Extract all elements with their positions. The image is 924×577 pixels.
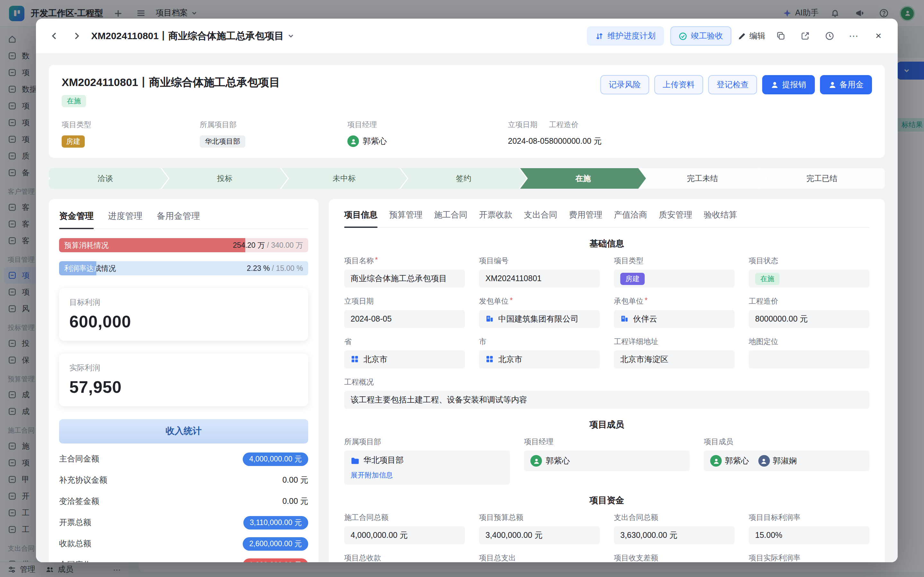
summary-field: 所属项目部 华北项目部 [200, 120, 347, 148]
field-value[interactable]: 在施 [749, 269, 869, 287]
progress-bar-fill-label: 利润率达成情况 [64, 261, 96, 276]
form-field: 项目编号* XM2024110801 [479, 256, 600, 287]
summary-field-label: 项目经理 [347, 120, 508, 130]
record-title[interactable]: XM2024110801丨商业综合体施工总承包项目 [91, 30, 294, 42]
funds-tab[interactable]: 进度管理 [108, 209, 142, 229]
edit-button[interactable]: 编辑 [738, 31, 765, 41]
field-value[interactable]: 该工程主要包括土建工程、设备安装和调试等内容 [344, 391, 869, 409]
amount-row[interactable]: 收款总额 2,600,000.00 元 [59, 533, 308, 554]
field-value[interactable]: 伙伴云 [614, 310, 735, 328]
summary-action-button[interactable]: 提报销 [762, 75, 814, 94]
amount-row[interactable]: 变洽签金额 0.00 元 [59, 491, 308, 512]
field-value[interactable]: 3,400,000.00 元 [479, 526, 600, 544]
income-stats-button[interactable]: 收入统计 [59, 419, 308, 443]
field-value[interactable]: 8000000.00 元 [749, 310, 869, 328]
field-value[interactable]: XM2024110801 [479, 269, 600, 287]
info-tab[interactable]: 开票收款 [479, 208, 513, 227]
field-label-text: 项目类型 [614, 256, 643, 266]
field-value[interactable]: 商业综合体施工总承包项目 [344, 269, 465, 287]
info-tab[interactable]: 费用管理 [569, 208, 602, 227]
completion-acceptance-button[interactable]: 竣工验收 [670, 26, 731, 45]
member-chip[interactable]: 郭淑娴 [758, 455, 797, 467]
field-label: 项目名称* [344, 256, 465, 266]
avatar [347, 135, 359, 147]
progress-value: 254.20 万 [233, 241, 265, 249]
field-value-text: 商业综合体施工总承包项目 [351, 273, 447, 284]
stage-segment[interactable]: 在施 [520, 168, 646, 189]
summary-action-label: 登记检查 [717, 79, 749, 90]
sort-icon [595, 32, 603, 40]
dept-value[interactable]: 华北项目部 展开附加信息 [344, 451, 510, 485]
field-value[interactable]: 房建 [614, 269, 735, 287]
form-field: 工程概况* 该工程主要包括土建工程、设备安装和调试等内容 [344, 377, 869, 409]
more-actions-icon[interactable]: ⋯ [845, 27, 863, 45]
field-value-text: XM2024110801 [485, 274, 542, 283]
field-value-text: 北京市 [363, 354, 387, 365]
field-value[interactable]: 15.00% [749, 526, 869, 544]
field-label: 工程详细地址* [614, 337, 735, 347]
summary-field-value-text: 2024-08-05 [508, 137, 549, 146]
history-icon[interactable] [821, 27, 839, 45]
field-label-text: 项目编号 [479, 256, 508, 266]
stage-segment[interactable]: 洽谈 [49, 168, 168, 189]
summary-action-button[interactable]: 登记检查 [708, 75, 757, 94]
info-tab[interactable]: 预算管理 [389, 208, 422, 227]
amount-row[interactable]: 合同应收 1,000,000.00 元 [59, 554, 308, 562]
members-grid: 所属项目部 华北项目部 展开附加信息 项目经理 [344, 437, 869, 485]
check-circle-icon [679, 32, 687, 40]
summary-action-label: 备用金 [840, 79, 864, 90]
profit-cards: 目标利润 600,000 实际利润 57,950 [59, 288, 308, 406]
field-value[interactable]: 北京市 [479, 350, 600, 368]
stage-label: 在施 [575, 173, 591, 184]
field-label-text: 施工合同总额 [344, 513, 389, 522]
amount-row[interactable]: 补充协议金额 0.00 元 [59, 470, 308, 491]
prev-record-button[interactable] [46, 27, 63, 44]
field-value[interactable]: 3,630,000.00 元 [614, 526, 735, 544]
summary-field: 立项日期 2024-08-05 [508, 120, 549, 148]
field-value[interactable]: 中国建筑集团有限公司 [479, 310, 600, 328]
summary-field-label: 所属项目部 [200, 120, 347, 130]
summary-action-button[interactable]: 备用金 [820, 75, 872, 94]
field-label-text: 项目总支出 [479, 553, 516, 562]
form-field: 施工合同总额 4,000,000.00 元 [344, 513, 465, 544]
stage-segment[interactable]: 完工未结 [640, 168, 765, 189]
summary-field-value: 郭紫心 [347, 135, 508, 148]
funds-tab[interactable]: 资金管理 [59, 209, 94, 229]
close-icon[interactable]: × [869, 27, 887, 45]
metric-label: 目标利润 [69, 297, 298, 308]
stage-segment[interactable]: 签约 [401, 168, 527, 189]
progress-bars: 预算消耗情况 预算消耗情况 254.20 万 / 340.00 万 利润率达成情… [59, 238, 308, 276]
member-chip[interactable]: 郭紫心 [710, 455, 749, 467]
expand-extra-info-link[interactable]: 展开附加信息 [351, 471, 503, 480]
field-value[interactable] [749, 350, 869, 368]
amount-row[interactable]: 主合同金额 4,000,000.00 元 [59, 449, 308, 470]
info-tab[interactable]: 质安管理 [659, 208, 692, 227]
funds-tab[interactable]: 备用金管理 [157, 209, 200, 229]
field-value[interactable]: 2024-08-05 [344, 310, 465, 328]
summary-action-button[interactable]: 上传资料 [654, 75, 703, 94]
stage-segment[interactable]: 完工已结 [759, 168, 885, 189]
maintain-schedule-button[interactable]: 维护进度计划 [587, 26, 664, 45]
next-record-button[interactable] [68, 27, 85, 44]
stage-segment[interactable]: 投标 [162, 168, 288, 189]
amount-row-label: 变洽签金额 [59, 496, 99, 507]
manager-value[interactable]: 郭紫心 [524, 451, 690, 471]
stage-segment[interactable]: 未中标 [281, 168, 407, 189]
summary-action-button[interactable]: 记录风险 [600, 75, 649, 94]
field-value[interactable]: 北京市海淀区 [614, 350, 735, 368]
info-tab[interactable]: 支出合同 [524, 208, 557, 227]
field-value[interactable]: 北京市 [344, 350, 465, 368]
amount-row[interactable]: 开票总额 3,110,000.00 元 [59, 512, 308, 533]
info-tab[interactable]: 产值洽商 [614, 208, 647, 227]
copy-icon[interactable] [772, 27, 790, 45]
info-tab[interactable]: 项目信息 [344, 208, 377, 227]
form-field: 发包单位* 中国建筑集团有限公司 [479, 297, 600, 328]
manager-field: 项目经理 郭紫心 [524, 437, 690, 485]
field-value[interactable]: 4,000,000.00 元 [344, 526, 465, 544]
info-tab[interactable]: 验收结算 [704, 208, 737, 227]
project-detail-modal: XM2024110801丨商业综合体施工总承包项目 维护进度计划 竣工验收 编辑 [36, 19, 898, 562]
info-tab[interactable]: 施工合同 [434, 208, 468, 227]
amount-row-label: 收款总额 [59, 538, 91, 550]
share-icon[interactable] [796, 27, 814, 45]
modal-body: XM2024110801丨商业综合体施工总承包项目 在施 记录风险 [36, 53, 898, 562]
